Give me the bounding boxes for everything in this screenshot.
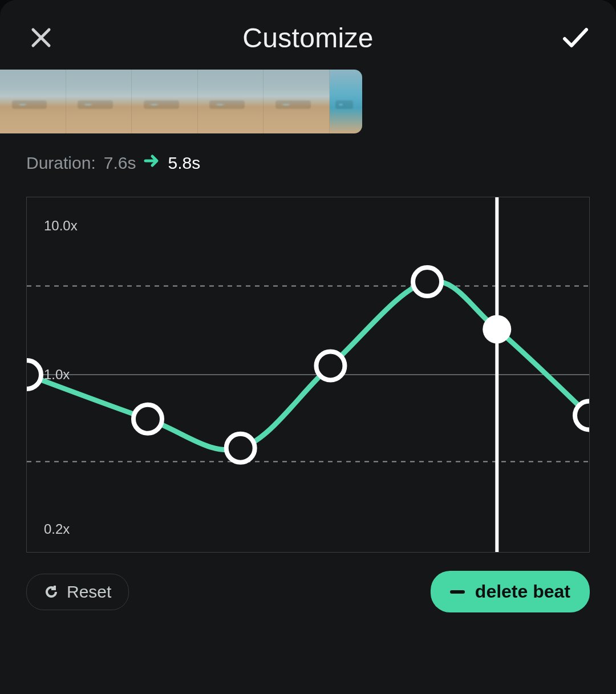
speed-curve-editor[interactable]: 10.0x1.0x0.2x — [26, 197, 590, 553]
thumbnail-frame — [66, 70, 132, 133]
chart-y-tick: 10.0x — [44, 218, 78, 234]
speed-point[interactable] — [27, 360, 41, 389]
speed-curve-svg — [27, 197, 589, 552]
customize-panel: Customize Duration:7.6s 5.8s 10.0x1.0x0.… — [0, 0, 616, 694]
speed-curve-line — [27, 281, 589, 450]
reset-icon — [44, 585, 59, 599]
confirm-button[interactable] — [559, 22, 591, 54]
speed-point[interactable] — [316, 351, 345, 380]
speed-point[interactable] — [226, 434, 255, 462]
thumbnail-frame — [198, 70, 264, 133]
delete-beat-label: delete beat — [475, 581, 570, 602]
close-icon — [30, 26, 52, 49]
reset-label: Reset — [67, 582, 111, 602]
footer-actions: Reset delete beat — [0, 553, 616, 612]
close-button[interactable] — [25, 22, 57, 54]
duration-row: Duration:7.6s 5.8s — [0, 133, 616, 173]
speed-point[interactable] — [133, 405, 162, 433]
duration-old-value: 7.6s — [104, 153, 136, 173]
check-icon — [560, 23, 590, 52]
duration-new-value: 5.8s — [168, 153, 200, 173]
speed-point[interactable] — [413, 267, 441, 296]
delete-beat-button[interactable]: delete beat — [431, 571, 590, 612]
thumbnail-frame — [330, 70, 362, 133]
chart-y-tick: 0.2x — [44, 521, 70, 537]
header: Customize — [0, 0, 616, 54]
minus-icon — [450, 590, 465, 594]
reset-button[interactable]: Reset — [26, 574, 129, 610]
thumbnail-frame — [264, 70, 330, 133]
thumbnail-frame — [0, 70, 66, 133]
svg-rect-6 — [450, 590, 465, 594]
clip-thumbnail-strip[interactable] — [0, 70, 362, 133]
speed-point-selected[interactable] — [483, 315, 511, 343]
speed-point[interactable] — [575, 401, 589, 430]
arrow-right-icon — [144, 153, 160, 173]
duration-label: Duration: — [26, 153, 96, 173]
thumbnail-frame — [132, 70, 198, 133]
chart-y-tick: 1.0x — [44, 367, 70, 383]
page-title: Customize — [242, 22, 373, 54]
